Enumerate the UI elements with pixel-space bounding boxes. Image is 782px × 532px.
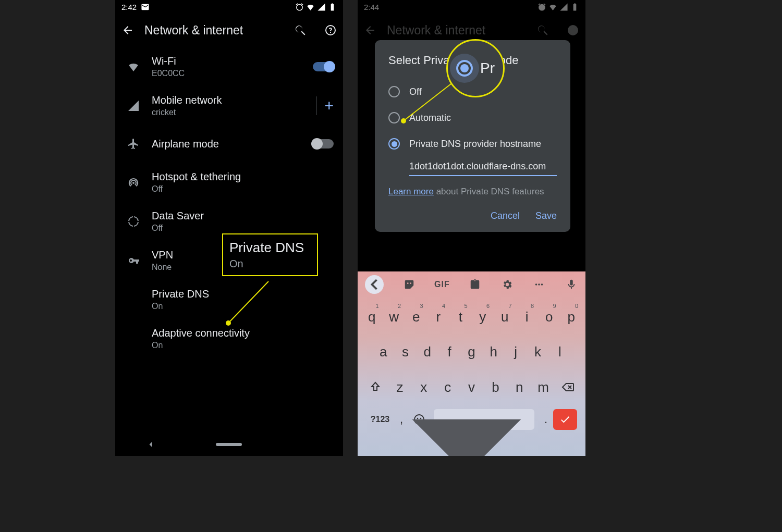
key-u[interactable]: u7 bbox=[494, 304, 516, 330]
key-i[interactable]: i8 bbox=[516, 304, 539, 330]
key-e[interactable]: e3 bbox=[405, 304, 427, 330]
battery-icon bbox=[328, 3, 337, 11]
phone-screenshot-left: 2:42 Network & internet Wi-Fi E0C0CC bbox=[115, 0, 343, 456]
key-r[interactable]: r4 bbox=[427, 304, 450, 330]
clipboard-icon[interactable] bbox=[468, 278, 482, 291]
wifi-label: Wi-Fi bbox=[152, 55, 313, 68]
hotspot-sub: Off bbox=[152, 184, 334, 194]
radio-off-label: Off bbox=[409, 86, 422, 97]
radio-hostname-row[interactable]: Private DNS provider hostname bbox=[388, 131, 557, 157]
status-time: 2:42 bbox=[121, 3, 137, 11]
nav-home-pill[interactable] bbox=[216, 443, 242, 446]
data-saver-icon bbox=[127, 215, 140, 228]
key-t[interactable]: t5 bbox=[449, 304, 472, 330]
wifi-sub: E0C0CC bbox=[152, 69, 313, 78]
callout-private-dns: Private DNS On bbox=[222, 233, 318, 276]
adaptive-label: Adaptive connectivity bbox=[152, 327, 334, 340]
hotspot-label: Hotspot & tethering bbox=[152, 170, 334, 183]
adaptive-connectivity-row[interactable]: Adaptive connectivity On bbox=[115, 319, 343, 358]
nav-bar bbox=[115, 433, 343, 456]
gear-icon[interactable] bbox=[500, 278, 514, 291]
radio-auto-label: Automatic bbox=[409, 113, 451, 123]
airplane-toggle[interactable] bbox=[313, 139, 334, 149]
airplane-label: Airplane mode bbox=[152, 138, 313, 151]
wifi-row[interactable]: Wi-Fi E0C0CC bbox=[115, 47, 343, 86]
callout-label: Private DNS bbox=[229, 240, 311, 256]
more-icon[interactable] bbox=[532, 278, 546, 291]
radio-auto[interactable] bbox=[388, 112, 400, 123]
airplane-mode-row[interactable]: Airplane mode bbox=[115, 125, 343, 163]
radio-auto-row[interactable]: Automatic bbox=[388, 105, 557, 131]
key-y[interactable]: y6 bbox=[472, 304, 494, 330]
key-p[interactable]: p0 bbox=[560, 304, 583, 330]
radio-hostname-label: Private DNS provider hostname bbox=[409, 139, 541, 150]
private-dns-sub: On bbox=[152, 302, 334, 311]
keyboard-toolbar: GIF bbox=[358, 271, 585, 298]
sticker-icon[interactable] bbox=[402, 278, 416, 291]
search-icon[interactable] bbox=[294, 24, 307, 36]
alarm-icon bbox=[295, 3, 304, 11]
mobile-sub: cricket bbox=[152, 108, 309, 117]
mobile-label: Mobile network bbox=[152, 94, 309, 107]
save-button[interactable]: Save bbox=[535, 211, 557, 221]
signal-icon bbox=[127, 100, 140, 112]
data-saver-sub: Off bbox=[152, 224, 334, 233]
gmail-icon bbox=[141, 3, 150, 11]
learn-more-text: Learn more about Private DNS features bbox=[388, 187, 557, 197]
wifi-icon bbox=[306, 3, 315, 11]
vpn-key-icon bbox=[127, 254, 140, 267]
radio-hostname[interactable] bbox=[388, 138, 400, 150]
cancel-button[interactable]: Cancel bbox=[491, 211, 520, 221]
airplane-icon bbox=[127, 138, 140, 150]
help-icon[interactable] bbox=[324, 24, 337, 36]
soft-keyboard[interactable]: GIF q1w2e3r4t5y6u7i8o9p0 asdfghjkl zxcvb… bbox=[358, 271, 585, 456]
add-network-button[interactable]: + bbox=[324, 98, 334, 114]
divider bbox=[316, 96, 317, 115]
key-o[interactable]: o9 bbox=[538, 304, 560, 330]
data-saver-label: Data Saver bbox=[152, 209, 334, 222]
mobile-network-row[interactable]: Mobile network cricket + bbox=[115, 86, 343, 125]
magnifier-callout: Pr bbox=[446, 39, 505, 97]
svg-point-4 bbox=[541, 283, 543, 286]
callout-sub: On bbox=[229, 258, 311, 270]
hotspot-row[interactable]: Hotspot & tethering Off bbox=[115, 163, 343, 202]
learn-more-rest: about Private DNS features bbox=[434, 187, 544, 196]
wifi-icon bbox=[127, 60, 140, 73]
status-bar: 2:42 bbox=[115, 0, 343, 14]
kbd-back-icon[interactable] bbox=[365, 275, 384, 294]
nav-back-icon[interactable] bbox=[145, 439, 156, 450]
radio-off[interactable] bbox=[388, 86, 400, 97]
back-icon[interactable] bbox=[121, 24, 134, 36]
nav-bar bbox=[358, 437, 585, 456]
adaptive-sub: On bbox=[152, 341, 334, 350]
hostname-input[interactable]: 1dot1dot1dot.cloudflare-dns.com bbox=[409, 161, 557, 176]
svg-point-2 bbox=[535, 283, 537, 286]
key-q[interactable]: q1 bbox=[361, 304, 383, 330]
gif-button[interactable]: GIF bbox=[434, 280, 450, 289]
svg-point-3 bbox=[539, 283, 541, 286]
magnified-radio-selected bbox=[456, 60, 473, 77]
key-w[interactable]: w2 bbox=[383, 304, 406, 330]
signal-icon bbox=[317, 3, 326, 11]
page-title: Network & internet bbox=[144, 23, 284, 38]
private-dns-row[interactable]: Private DNS On bbox=[115, 280, 343, 319]
learn-more-link[interactable]: Learn more bbox=[388, 187, 434, 196]
private-dns-label: Private DNS bbox=[152, 288, 334, 301]
app-bar: Network & internet bbox=[115, 14, 343, 47]
wifi-toggle[interactable] bbox=[313, 62, 334, 71]
kbd-collapse-icon[interactable] bbox=[358, 338, 576, 456]
phone-screenshot-right: 2:44 Network & internet Select Private D… bbox=[358, 0, 585, 456]
hotspot-icon bbox=[127, 176, 140, 189]
magnified-text: Pr bbox=[480, 60, 495, 77]
mic-icon[interactable] bbox=[565, 278, 578, 291]
